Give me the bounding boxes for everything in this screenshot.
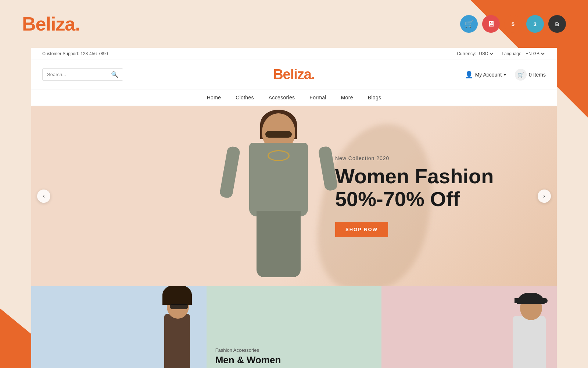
model-torso: [249, 143, 308, 216]
model-body: [216, 110, 341, 283]
language-label: Language:: [502, 51, 523, 56]
cat-label-2: Fashion Accessories: [215, 347, 281, 353]
man-figure: [503, 294, 551, 368]
category-card-2[interactable]: Fashion Accessories Men & Women: [207, 286, 382, 368]
arrow-right-icon: ›: [543, 193, 545, 199]
tech-icons-row: 🛒 🖥 5 3 B: [460, 15, 566, 33]
shop-now-button[interactable]: SHOP NOW: [335, 222, 388, 237]
nav-item-formal[interactable]: Formal: [309, 95, 326, 100]
header-brand-logo[interactable]: Beliza.: [273, 67, 315, 82]
model-figure: [201, 106, 356, 286]
cart-tech-icon: 🛒: [460, 15, 478, 33]
search-box[interactable]: 🔍: [42, 68, 123, 81]
brand-name: Beliza: [22, 13, 75, 35]
monitor-tech-icon: 🖥: [482, 15, 500, 33]
man-body: [513, 316, 546, 368]
hero-slider: New Collection 2020 Women Fashion 50%-70…: [31, 106, 557, 286]
main-card: Customer Support: 123-456-7890 Currency:…: [31, 48, 557, 368]
necklace: [268, 150, 290, 161]
cat-content-2: Fashion Accessories Men & Women: [215, 347, 281, 366]
language-selector[interactable]: Language: EN-GB EN-US FR: [502, 51, 546, 57]
my-account-button[interactable]: 👤 My Account ▾: [465, 71, 506, 79]
hero-title-line1: Women Fashion: [335, 164, 494, 188]
top-bar-right: Currency: USD EUR GBP Language: EN-GB EN…: [457, 51, 546, 57]
brand-dot: .: [75, 13, 80, 35]
support-text: Customer Support: 123-456-7890: [42, 51, 108, 56]
currency-label: Currency:: [457, 51, 476, 56]
header-brand-name: Beliza: [273, 67, 311, 82]
currency-select[interactable]: USD EUR GBP: [477, 51, 494, 57]
nav-item-home[interactable]: Home: [207, 95, 221, 100]
nav-item-accesories[interactable]: Accesories: [269, 95, 295, 100]
bootstrap-icon: B: [548, 15, 566, 33]
html5-icon: 5: [504, 15, 522, 33]
hero-subtitle: New Collection 2020: [335, 155, 494, 161]
hero-title: Women Fashion 50%-70% Off: [335, 165, 494, 210]
cap-brim: [514, 298, 548, 303]
category-row: Fashion Accessories Men & Women: [31, 286, 557, 368]
search-input[interactable]: [47, 72, 111, 77]
nav-item-more[interactable]: More: [341, 95, 353, 100]
hero-text: New Collection 2020 Women Fashion 50%-70…: [335, 155, 494, 237]
my-account-label: My Account: [475, 72, 502, 78]
nav-item-clothes[interactable]: Clothes: [236, 95, 254, 100]
user-icon: 👤: [465, 71, 473, 79]
chevron-down-icon: ▾: [504, 72, 506, 77]
cart-button[interactable]: 🛒 0 Items: [515, 69, 546, 81]
category-card-1[interactable]: [31, 286, 207, 368]
cart-icon-wrap: 🛒: [515, 69, 527, 81]
header-brand-dot: .: [311, 67, 315, 82]
woman-figure-1: [155, 294, 196, 368]
sunglasses: [265, 131, 292, 138]
search-button[interactable]: 🔍: [111, 71, 118, 78]
header: 🔍 Beliza. 👤 My Account ▾ 🛒 0 Items: [31, 60, 557, 89]
navbar: Home Clothes Accesories Formal More Blog…: [31, 89, 557, 106]
outer-brand-logo: Beliza.: [22, 13, 80, 35]
hero-title-line2: 50%-70% Off: [335, 187, 460, 210]
top-bar: Customer Support: 123-456-7890 Currency:…: [31, 48, 557, 60]
header-right: 👤 My Account ▾ 🛒 0 Items: [465, 69, 546, 81]
arrow-left-icon: ‹: [43, 193, 44, 199]
arm-left: [219, 146, 241, 199]
currency-selector[interactable]: Currency: USD EUR GBP: [457, 51, 494, 57]
language-select[interactable]: EN-GB EN-US FR: [524, 51, 546, 57]
cart-items-label: 0 Items: [529, 72, 546, 78]
outer-hero-bar: Beliza. 🛒 🖥 5 3 B: [0, 0, 588, 48]
slider-prev-button[interactable]: ‹: [37, 190, 50, 203]
cat-title-2: Men & Women: [215, 354, 281, 366]
css3-icon: 3: [526, 15, 544, 33]
slider-next-button[interactable]: ›: [538, 190, 551, 203]
search-icon: 🔍: [111, 71, 118, 78]
cart-icon: 🛒: [518, 72, 524, 78]
model-legs: [257, 211, 301, 277]
category-card-3[interactable]: [381, 286, 557, 368]
nav-item-blogs[interactable]: Blogs: [368, 95, 381, 100]
